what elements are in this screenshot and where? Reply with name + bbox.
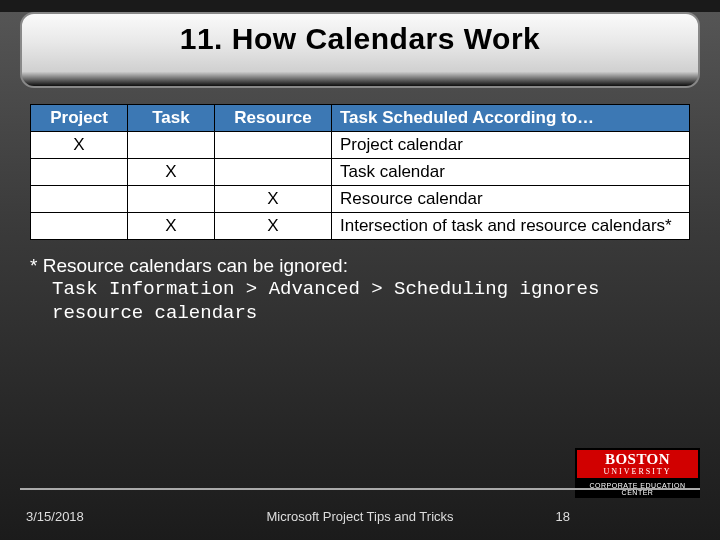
footer-center: Microsoft Project Tips and Tricks [266,509,453,524]
footnote: * Resource calendars can be ignored: Tas… [30,254,690,325]
cell-desc: Project calendar [332,132,690,159]
table-row: X Resource calendar [31,186,690,213]
title-region: 11. How Calendars Work [20,12,700,88]
col-project-header: Project [31,105,128,132]
cell-task: X [128,213,215,240]
cell-project [31,186,128,213]
cell-project [31,159,128,186]
cell-task [128,186,215,213]
logo-top: BOSTON UNIVERSITY [575,448,700,480]
col-desc-header: Task Scheduled According to… [332,105,690,132]
content-area: Project Task Resource Task Scheduled Acc… [0,88,720,325]
table-header-row: Project Task Resource Task Scheduled Acc… [31,105,690,132]
cell-project: X [31,132,128,159]
col-task-header: Task [128,105,215,132]
footer-page: 18 [556,509,570,524]
footer-date: 3/15/2018 [26,509,84,524]
cell-resource [215,132,332,159]
table-row: X Task calendar [31,159,690,186]
cell-resource: X [215,213,332,240]
cell-resource: X [215,186,332,213]
calendar-table: Project Task Resource Task Scheduled Acc… [30,104,690,240]
footnote-lead: * Resource calendars can be ignored: [30,255,348,276]
cell-desc: Task calendar [332,159,690,186]
footer-divider [20,488,700,490]
slide: 11. How Calendars Work Project Task Reso… [0,12,720,540]
footer: 3/15/2018 Microsoft Project Tips and Tri… [0,494,720,538]
footnote-path-2: resource calendars [30,302,690,326]
table-row: X X Intersection of task and resource ca… [31,213,690,240]
table-row: X Project calendar [31,132,690,159]
cell-task: X [128,159,215,186]
logo-line1: BOSTON [605,451,670,467]
slide-title: 11. How Calendars Work [180,22,541,56]
boston-university-logo: BOSTON UNIVERSITY CORPORATE EDUCATION CE… [575,448,700,498]
cell-task [128,132,215,159]
cell-project [31,213,128,240]
cell-desc: Resource calendar [332,186,690,213]
cell-resource [215,159,332,186]
col-resource-header: Resource [215,105,332,132]
cell-desc: Intersection of task and resource calend… [332,213,690,240]
logo-line2: UNIVERSITY [577,468,698,476]
footnote-path-1: Task Information > Advanced > Scheduling… [30,278,690,302]
